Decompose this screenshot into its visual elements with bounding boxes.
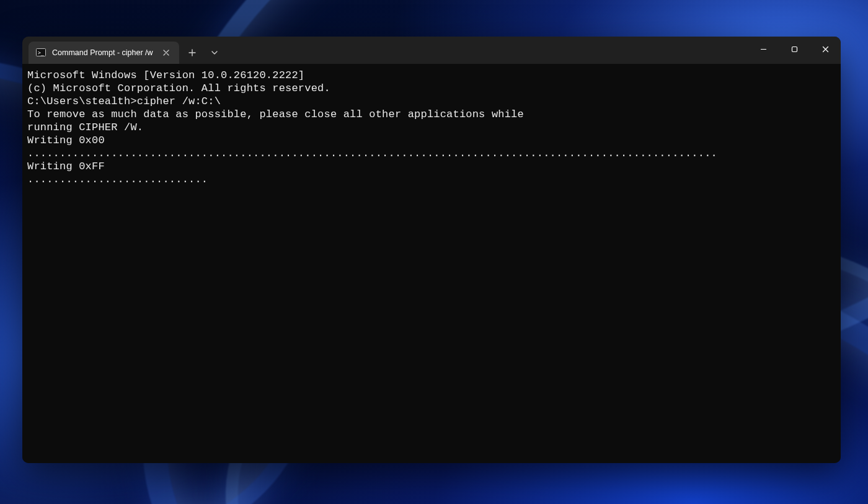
close-icon (822, 46, 829, 53)
new-tab-button[interactable] (182, 43, 203, 63)
window-controls (748, 37, 841, 64)
output-line: ........................................… (27, 147, 836, 160)
output-line: Writing 0xFF (27, 160, 836, 173)
output-line: ............................ (27, 173, 836, 186)
minimize-icon (760, 46, 767, 53)
close-window-button[interactable] (810, 37, 841, 61)
maximize-icon (791, 46, 798, 53)
chevron-down-icon (211, 49, 218, 56)
tab-active[interactable]: >_ Command Prompt - cipher /w (29, 42, 179, 64)
plus-icon (188, 49, 196, 56)
tab-title: Command Prompt - cipher /w (52, 48, 153, 57)
maximize-button[interactable] (779, 37, 810, 61)
cmd-icon: >_ (36, 48, 46, 58)
svg-text:>_: >_ (38, 50, 44, 56)
terminal-window: >_ Command Prompt - cipher /w (22, 37, 841, 463)
output-line: (c) Microsoft Corporation. All rights re… (27, 82, 836, 95)
terminal-output[interactable]: Microsoft Windows [Version 10.0.26120.22… (22, 64, 841, 463)
titlebar[interactable]: >_ Command Prompt - cipher /w (22, 37, 841, 64)
close-icon (163, 50, 169, 56)
output-line: To remove as much data as possible, plea… (27, 108, 836, 121)
tab-close-button[interactable] (159, 46, 173, 60)
output-line: Writing 0x00 (27, 134, 836, 147)
tab-strip: >_ Command Prompt - cipher /w (22, 37, 225, 64)
tab-dropdown-button[interactable] (204, 43, 225, 63)
output-line: running CIPHER /W. (27, 121, 836, 134)
minimize-button[interactable] (748, 37, 779, 61)
output-line: C:\Users\stealth>cipher /w:C:\ (27, 95, 836, 108)
svg-rect-2 (792, 46, 797, 51)
output-line: Microsoft Windows [Version 10.0.26120.22… (27, 69, 836, 82)
